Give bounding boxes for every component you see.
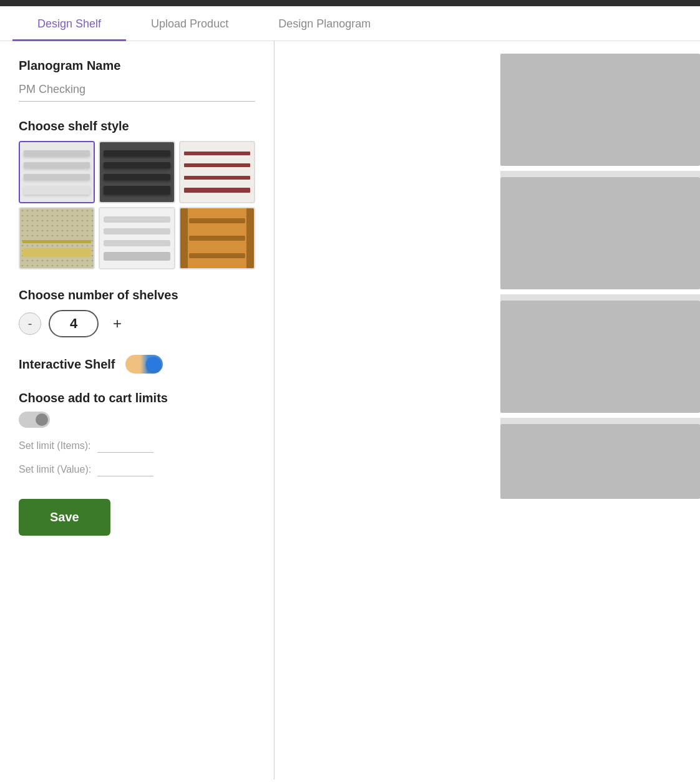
planogram-name-label: Planogram Name xyxy=(19,59,255,73)
save-button[interactable]: Save xyxy=(19,499,110,536)
shelf-style-wood-red[interactable] xyxy=(179,141,255,203)
shelf-preview xyxy=(500,54,700,504)
preview-shelf-2 xyxy=(500,177,700,289)
preview-shelf-4 xyxy=(500,424,700,499)
limit-items-row: Set limit (Items): xyxy=(19,439,255,453)
preview-divider-1 xyxy=(500,171,700,177)
planogram-name-input[interactable] xyxy=(19,79,255,102)
preview-shelf-3 xyxy=(500,301,700,413)
increment-button[interactable]: + xyxy=(106,312,129,335)
cart-limits-toggle[interactable] xyxy=(19,412,50,428)
shelf-style-pegboard[interactable] xyxy=(19,207,95,269)
shelf-style-dark[interactable] xyxy=(99,141,175,203)
tab-design-shelf[interactable]: Design Shelf xyxy=(12,6,126,41)
limit-items-input[interactable] xyxy=(97,439,153,453)
top-bar xyxy=(0,0,700,6)
right-panel xyxy=(275,41,700,780)
interactive-shelf-label: Interactive Shelf xyxy=(19,357,115,372)
preview-divider-2 xyxy=(500,294,700,301)
cart-limits-label: Choose add to cart limits xyxy=(19,391,255,405)
shelf-style-white[interactable] xyxy=(19,141,95,203)
limit-value-input[interactable] xyxy=(97,463,153,476)
cart-limits-toggle-row xyxy=(19,412,255,428)
interactive-shelf-row: Interactive Shelf xyxy=(19,355,255,374)
main-content: Planogram Name Choose shelf style xyxy=(0,41,700,780)
limit-value-label: Set limit (Value): xyxy=(19,464,91,475)
tab-design-planogram[interactable]: Design Planogram xyxy=(253,6,396,41)
shelf-style-gray-light[interactable] xyxy=(99,207,175,269)
shelves-count-display: 4 xyxy=(49,310,99,337)
limit-items-label: Set limit (Items): xyxy=(19,440,91,451)
interactive-shelf-toggle[interactable] xyxy=(125,355,163,374)
shelves-count-label: Choose number of shelves xyxy=(19,288,255,302)
decrement-button[interactable]: - xyxy=(19,312,41,335)
left-panel: Planogram Name Choose shelf style xyxy=(0,41,275,780)
preview-shelf-1 xyxy=(500,54,700,166)
shelf-style-label: Choose shelf style xyxy=(19,119,255,133)
shelf-style-grid xyxy=(19,141,255,269)
tabs-nav: Design Shelf Upload Product Design Plano… xyxy=(0,6,700,41)
shelf-style-wood-natural[interactable] xyxy=(179,207,255,269)
limit-value-row: Set limit (Value): xyxy=(19,463,255,476)
preview-divider-3 xyxy=(500,418,700,424)
shelves-counter: - 4 + xyxy=(19,310,255,337)
tab-upload-product[interactable]: Upload Product xyxy=(126,6,253,41)
